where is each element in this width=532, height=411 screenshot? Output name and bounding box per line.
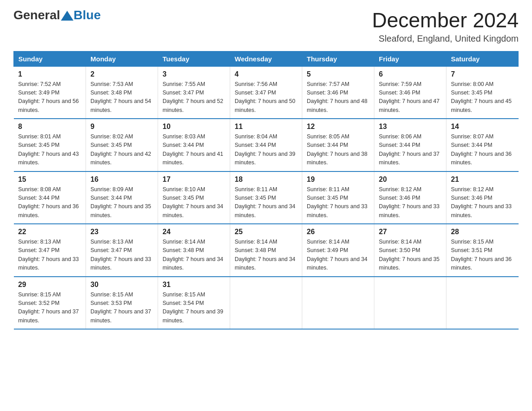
day-number: 19 [307, 176, 369, 184]
calendar-cell-w1-d1: 1 Sunrise: 7:52 AM Sunset: 3:49 PM Dayli… [14, 66, 86, 119]
day-info: Sunrise: 8:10 AM Sunset: 3:45 PM Dayligh… [163, 185, 225, 220]
calendar-cell-w3-d5: 19 Sunrise: 8:11 AM Sunset: 3:45 PM Dayl… [302, 171, 374, 224]
calendar-cell-w4-d3: 24 Sunrise: 8:14 AM Sunset: 3:48 PM Dayl… [158, 224, 230, 277]
col-wednesday: Wednesday [230, 51, 302, 66]
calendar-cell-w2-d3: 10 Sunrise: 8:03 AM Sunset: 3:44 PM Dayl… [158, 119, 230, 171]
day-number: 9 [90, 123, 153, 131]
day-info: Sunrise: 8:13 AM Sunset: 3:47 PM Dayligh… [90, 238, 153, 273]
day-number: 12 [307, 123, 369, 131]
day-info: Sunrise: 8:01 AM Sunset: 3:45 PM Dayligh… [18, 133, 82, 167]
day-info: Sunrise: 8:03 AM Sunset: 3:44 PM Dayligh… [163, 133, 225, 167]
col-friday: Friday [374, 51, 446, 66]
calendar-cell-w2-d2: 9 Sunrise: 8:02 AM Sunset: 3:45 PM Dayli… [86, 119, 158, 171]
day-number: 13 [379, 123, 442, 131]
calendar-cell-w4-d1: 22 Sunrise: 8:13 AM Sunset: 3:47 PM Dayl… [14, 224, 86, 277]
day-info: Sunrise: 8:14 AM Sunset: 3:48 PM Dayligh… [235, 238, 297, 273]
day-number: 18 [235, 176, 297, 184]
calendar-cell-w3-d2: 16 Sunrise: 8:09 AM Sunset: 3:44 PM Dayl… [86, 171, 158, 224]
calendar-cell-w2-d7: 14 Sunrise: 8:07 AM Sunset: 3:44 PM Dayl… [446, 119, 519, 171]
day-number: 20 [379, 176, 442, 184]
day-info: Sunrise: 7:59 AM Sunset: 3:46 PM Dayligh… [379, 80, 442, 115]
day-info: Sunrise: 8:00 AM Sunset: 3:45 PM Dayligh… [451, 80, 514, 115]
col-thursday: Thursday [302, 51, 374, 66]
day-info: Sunrise: 8:04 AM Sunset: 3:44 PM Dayligh… [235, 133, 297, 167]
logo: General Blue [13, 9, 101, 21]
col-sunday: Sunday [14, 51, 86, 66]
calendar-table: Sunday Monday Tuesday Wednesday Thursday… [13, 51, 519, 330]
day-number: 2 [90, 70, 153, 78]
page-header: General Blue December 2024 Sleaford, Eng… [13, 9, 519, 44]
calendar-cell-w3-d7: 21 Sunrise: 8:12 AM Sunset: 3:46 PM Dayl… [446, 171, 519, 224]
day-info: Sunrise: 7:56 AM Sunset: 3:47 PM Dayligh… [235, 80, 297, 115]
calendar-cell-w4-d6: 27 Sunrise: 8:14 AM Sunset: 3:50 PM Dayl… [374, 224, 446, 277]
day-number: 1 [18, 70, 82, 78]
day-info: Sunrise: 8:06 AM Sunset: 3:44 PM Dayligh… [379, 133, 442, 167]
day-info: Sunrise: 7:52 AM Sunset: 3:49 PM Dayligh… [18, 80, 82, 115]
calendar-cell-w3-d3: 17 Sunrise: 8:10 AM Sunset: 3:45 PM Dayl… [158, 171, 230, 224]
col-tuesday: Tuesday [158, 51, 230, 66]
calendar-cell-w1-d4: 4 Sunrise: 7:56 AM Sunset: 3:47 PM Dayli… [230, 66, 302, 119]
day-number: 7 [451, 70, 514, 78]
calendar-cell-w2-d5: 12 Sunrise: 8:05 AM Sunset: 3:44 PM Dayl… [302, 119, 374, 171]
calendar-cell-w4-d2: 23 Sunrise: 8:13 AM Sunset: 3:47 PM Dayl… [86, 224, 158, 277]
calendar-week-2: 8 Sunrise: 8:01 AM Sunset: 3:45 PM Dayli… [14, 119, 519, 171]
col-monday: Monday [86, 51, 158, 66]
day-info: Sunrise: 8:14 AM Sunset: 3:49 PM Dayligh… [307, 238, 369, 273]
calendar-cell-w1-d3: 3 Sunrise: 7:55 AM Sunset: 3:47 PM Dayli… [158, 66, 230, 119]
calendar-cell-w2-d4: 11 Sunrise: 8:04 AM Sunset: 3:44 PM Dayl… [230, 119, 302, 171]
month-title: December 2024 [372, 9, 519, 32]
calendar-header-row: Sunday Monday Tuesday Wednesday Thursday… [14, 51, 519, 66]
day-number: 4 [235, 70, 297, 78]
day-info: Sunrise: 8:15 AM Sunset: 3:54 PM Dayligh… [163, 291, 225, 325]
day-info: Sunrise: 8:15 AM Sunset: 3:51 PM Dayligh… [451, 238, 514, 273]
calendar-cell-w2-d6: 13 Sunrise: 8:06 AM Sunset: 3:44 PM Dayl… [374, 119, 446, 171]
day-number: 30 [90, 281, 153, 289]
calendar-cell-w3-d1: 15 Sunrise: 8:08 AM Sunset: 3:44 PM Dayl… [14, 171, 86, 224]
day-number: 6 [379, 70, 442, 78]
day-number: 31 [163, 281, 225, 289]
logo-general-text: General [13, 9, 60, 21]
day-info: Sunrise: 8:05 AM Sunset: 3:44 PM Dayligh… [307, 133, 369, 167]
day-info: Sunrise: 8:09 AM Sunset: 3:44 PM Dayligh… [90, 185, 153, 220]
day-number: 17 [163, 176, 225, 184]
calendar-cell-w5-d6 [374, 277, 446, 330]
calendar-cell-w5-d4 [230, 277, 302, 330]
day-info: Sunrise: 8:14 AM Sunset: 3:50 PM Dayligh… [379, 238, 442, 273]
day-info: Sunrise: 8:15 AM Sunset: 3:53 PM Dayligh… [90, 291, 153, 325]
day-info: Sunrise: 8:08 AM Sunset: 3:44 PM Dayligh… [18, 185, 82, 220]
calendar-cell-w3-d4: 18 Sunrise: 8:11 AM Sunset: 3:45 PM Dayl… [230, 171, 302, 224]
calendar-cell-w1-d5: 5 Sunrise: 7:57 AM Sunset: 3:46 PM Dayli… [302, 66, 374, 119]
day-info: Sunrise: 8:15 AM Sunset: 3:52 PM Dayligh… [18, 291, 82, 325]
day-info: Sunrise: 8:11 AM Sunset: 3:45 PM Dayligh… [307, 185, 369, 220]
calendar-cell-w5-d5 [302, 277, 374, 330]
calendar-cell-w4-d7: 28 Sunrise: 8:15 AM Sunset: 3:51 PM Dayl… [446, 224, 519, 277]
logo-blue-text: Blue [73, 9, 101, 21]
calendar-week-1: 1 Sunrise: 7:52 AM Sunset: 3:49 PM Dayli… [14, 66, 519, 119]
day-info: Sunrise: 8:14 AM Sunset: 3:48 PM Dayligh… [163, 238, 225, 273]
day-number: 3 [163, 70, 225, 78]
location-subtitle: Sleaford, England, United Kingdom [372, 34, 519, 44]
calendar-cell-w1-d7: 7 Sunrise: 8:00 AM Sunset: 3:45 PM Dayli… [446, 66, 519, 119]
calendar-cell-w3-d6: 20 Sunrise: 8:12 AM Sunset: 3:46 PM Dayl… [374, 171, 446, 224]
day-number: 15 [18, 176, 82, 184]
calendar-cell-w4-d5: 26 Sunrise: 8:14 AM Sunset: 3:49 PM Dayl… [302, 224, 374, 277]
day-number: 22 [18, 228, 82, 236]
day-number: 21 [451, 176, 514, 184]
day-number: 28 [451, 228, 514, 236]
day-info: Sunrise: 8:12 AM Sunset: 3:46 PM Dayligh… [451, 185, 514, 220]
title-block: December 2024 Sleaford, England, United … [372, 9, 519, 44]
calendar-cell-w5-d3: 31 Sunrise: 8:15 AM Sunset: 3:54 PM Dayl… [158, 277, 230, 330]
day-info: Sunrise: 7:55 AM Sunset: 3:47 PM Dayligh… [163, 80, 225, 115]
calendar-cell-w5-d2: 30 Sunrise: 8:15 AM Sunset: 3:53 PM Dayl… [86, 277, 158, 330]
day-number: 10 [163, 123, 225, 131]
day-info: Sunrise: 7:57 AM Sunset: 3:46 PM Dayligh… [307, 80, 369, 115]
day-number: 27 [379, 228, 442, 236]
day-number: 23 [90, 228, 153, 236]
col-saturday: Saturday [446, 51, 519, 66]
logo-triangle-icon [61, 11, 73, 21]
day-number: 11 [235, 123, 297, 131]
day-number: 26 [307, 228, 369, 236]
day-info: Sunrise: 7:53 AM Sunset: 3:48 PM Dayligh… [90, 80, 153, 115]
calendar-week-4: 22 Sunrise: 8:13 AM Sunset: 3:47 PM Dayl… [14, 224, 519, 277]
calendar-cell-w1-d2: 2 Sunrise: 7:53 AM Sunset: 3:48 PM Dayli… [86, 66, 158, 119]
